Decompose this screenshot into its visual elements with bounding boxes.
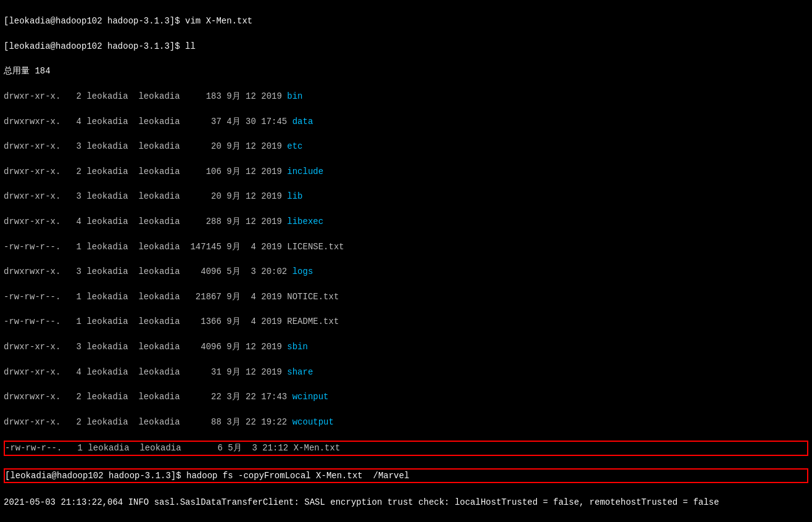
terminal-line: drwxr-xr-x. 2 leokadia leokadia 88 3月 22… (4, 416, 808, 428)
terminal-line: drwxr-xr-x. 2 leokadia leokadia 106 9月 1… (4, 165, 808, 178)
terminal-line: drwxr-xr-x. 4 leokadia leokadia 31 9月 12… (4, 366, 808, 378)
terminal-line: drwxrwxr-x. 4 leokadia leokadia 37 4月 30… (4, 115, 808, 128)
terminal-line: drwxr-xr-x. 2 leokadia leokadia 183 9月 1… (4, 90, 808, 102)
terminal-line: 2021-05-03 21:13:22,064 INFO sasl.SaslDa… (4, 496, 808, 508)
terminal-line: drwxrwxr-x. 3 leokadia leokadia 4096 5月 … (4, 265, 808, 278)
terminal-line: [leokadia@hadoop102 hadoop-3.1.3]$ ll (4, 40, 808, 52)
terminal-line: -rw-rw-r--. 1 leokadia leokadia 147145 9… (4, 241, 808, 253)
terminal-line: drwxrwxr-x. 2 leokadia leokadia 22 3月 22… (4, 391, 808, 403)
terminal-line: [leokadia@hadoop102 hadoop-3.1.3]$ vim X… (4, 15, 808, 27)
terminal-highlighted-line: -rw-rw-r--. 1 leokadia leokadia 6 5月 3 2… (4, 441, 808, 455)
terminal-line: 总用量 184 (4, 65, 808, 77)
terminal-line: drwxr-xr-x. 4 leokadia leokadia 288 9月 1… (4, 215, 808, 228)
terminal-command-highlighted: [leokadia@hadoop102 hadoop-3.1.3]$ hadoo… (4, 468, 808, 483)
terminal-line: drwxr-xr-x. 3 leokadia leokadia 4096 9月 … (4, 341, 808, 353)
terminal-line: -rw-rw-r--. 1 leokadia leokadia 21867 9月… (4, 291, 808, 303)
terminal-line: drwxr-xr-x. 3 leokadia leokadia 20 9月 12… (4, 140, 808, 152)
terminal-line: drwxr-xr-x. 3 leokadia leokadia 20 9月 12… (4, 190, 808, 202)
terminal-line: -rw-rw-r--. 1 leokadia leokadia 1366 9月 … (4, 315, 808, 328)
terminal: [leokadia@hadoop102 hadoop-3.1.3]$ vim X… (0, 0, 812, 522)
